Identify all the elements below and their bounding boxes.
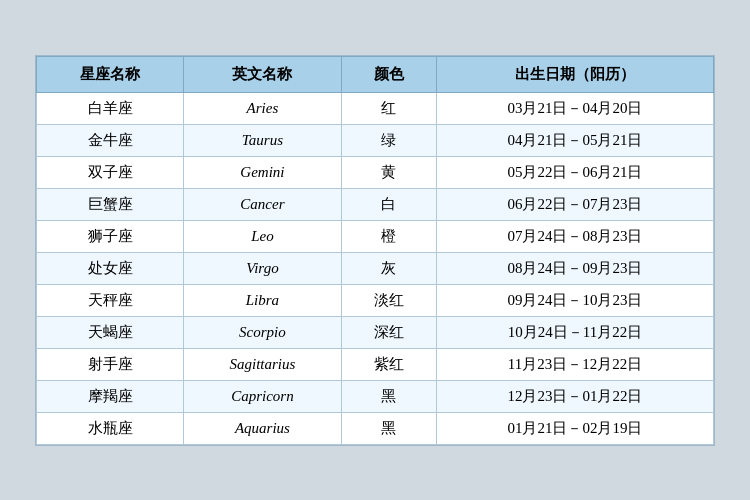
cell-color: 淡红 (341, 284, 436, 316)
table-body: 白羊座Aries红03月21日－04月20日金牛座Taurus绿04月21日－0… (37, 92, 714, 444)
cell-chinese-name: 狮子座 (37, 220, 184, 252)
table-row: 处女座Virgo灰08月24日－09月23日 (37, 252, 714, 284)
header-english-name: 英文名称 (184, 56, 341, 92)
cell-chinese-name: 射手座 (37, 348, 184, 380)
table-row: 金牛座Taurus绿04月21日－05月21日 (37, 124, 714, 156)
table-row: 射手座Sagittarius紫红11月23日－12月22日 (37, 348, 714, 380)
cell-color: 灰 (341, 252, 436, 284)
cell-chinese-name: 白羊座 (37, 92, 184, 124)
header-color: 颜色 (341, 56, 436, 92)
table-row: 天蝎座Scorpio深红10月24日－11月22日 (37, 316, 714, 348)
cell-english-name: Sagittarius (184, 348, 341, 380)
cell-dates: 06月22日－07月23日 (436, 188, 713, 220)
cell-english-name: Aries (184, 92, 341, 124)
zodiac-table-container: 星座名称 英文名称 颜色 出生日期（阳历） 白羊座Aries红03月21日－04… (35, 55, 715, 446)
cell-english-name: Aquarius (184, 412, 341, 444)
cell-color: 白 (341, 188, 436, 220)
cell-dates: 08月24日－09月23日 (436, 252, 713, 284)
table-header-row: 星座名称 英文名称 颜色 出生日期（阳历） (37, 56, 714, 92)
cell-dates: 03月21日－04月20日 (436, 92, 713, 124)
cell-color: 橙 (341, 220, 436, 252)
cell-english-name: Cancer (184, 188, 341, 220)
cell-color: 紫红 (341, 348, 436, 380)
cell-color: 黄 (341, 156, 436, 188)
cell-dates: 10月24日－11月22日 (436, 316, 713, 348)
cell-english-name: Scorpio (184, 316, 341, 348)
cell-dates: 04月21日－05月21日 (436, 124, 713, 156)
table-row: 双子座Gemini黄05月22日－06月21日 (37, 156, 714, 188)
zodiac-table: 星座名称 英文名称 颜色 出生日期（阳历） 白羊座Aries红03月21日－04… (36, 56, 714, 445)
cell-english-name: Libra (184, 284, 341, 316)
cell-chinese-name: 金牛座 (37, 124, 184, 156)
cell-color: 红 (341, 92, 436, 124)
table-row: 天秤座Libra淡红09月24日－10月23日 (37, 284, 714, 316)
table-row: 摩羯座Capricorn黑12月23日－01月22日 (37, 380, 714, 412)
cell-dates: 09月24日－10月23日 (436, 284, 713, 316)
table-row: 水瓶座Aquarius黑01月21日－02月19日 (37, 412, 714, 444)
cell-color: 黑 (341, 380, 436, 412)
cell-chinese-name: 天蝎座 (37, 316, 184, 348)
cell-dates: 07月24日－08月23日 (436, 220, 713, 252)
cell-chinese-name: 水瓶座 (37, 412, 184, 444)
cell-dates: 01月21日－02月19日 (436, 412, 713, 444)
header-dates: 出生日期（阳历） (436, 56, 713, 92)
cell-color: 绿 (341, 124, 436, 156)
cell-dates: 12月23日－01月22日 (436, 380, 713, 412)
table-row: 巨蟹座Cancer白06月22日－07月23日 (37, 188, 714, 220)
cell-chinese-name: 双子座 (37, 156, 184, 188)
cell-english-name: Gemini (184, 156, 341, 188)
cell-dates: 11月23日－12月22日 (436, 348, 713, 380)
table-row: 狮子座Leo橙07月24日－08月23日 (37, 220, 714, 252)
cell-color: 黑 (341, 412, 436, 444)
cell-chinese-name: 天秤座 (37, 284, 184, 316)
cell-chinese-name: 处女座 (37, 252, 184, 284)
cell-english-name: Virgo (184, 252, 341, 284)
cell-chinese-name: 摩羯座 (37, 380, 184, 412)
cell-chinese-name: 巨蟹座 (37, 188, 184, 220)
cell-english-name: Capricorn (184, 380, 341, 412)
cell-english-name: Leo (184, 220, 341, 252)
cell-english-name: Taurus (184, 124, 341, 156)
cell-color: 深红 (341, 316, 436, 348)
header-chinese-name: 星座名称 (37, 56, 184, 92)
cell-dates: 05月22日－06月21日 (436, 156, 713, 188)
table-row: 白羊座Aries红03月21日－04月20日 (37, 92, 714, 124)
